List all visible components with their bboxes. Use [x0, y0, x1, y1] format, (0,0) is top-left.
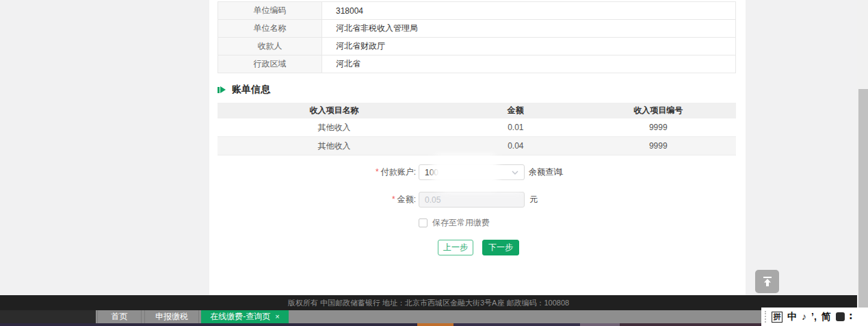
amount-unit: 元	[529, 192, 538, 208]
content-panel: 单位编码 318004 单位名称 河北省非税收入管理局 收款人 河北省财政厅 行…	[209, 0, 746, 295]
table-row: 其他收入 0.01 9999	[218, 118, 736, 137]
required-asterisk: *	[392, 195, 395, 204]
col-header-amount: 金额	[451, 103, 581, 118]
bill-section-header: 账单信息	[218, 84, 270, 95]
save-to-frequent-checkbox[interactable]	[419, 218, 428, 227]
table-row: 行政区域 河北省	[218, 55, 735, 73]
ime-menu-icon[interactable]: ∶	[850, 308, 852, 326]
bill-table-header: 收入项目名称 金额 收入项目编号	[218, 103, 736, 118]
table-row: 单位编码 318004	[218, 2, 735, 20]
amount-input[interactable]: 0.05	[419, 192, 525, 208]
desktop-strip	[0, 323, 417, 326]
redaction-blur	[563, 164, 594, 179]
close-icon[interactable]: ×	[275, 312, 279, 321]
col-header-item-code: 收入项目编号	[581, 103, 736, 118]
bill-item-code: 9999	[581, 137, 736, 155]
back-to-top-button[interactable]	[755, 270, 779, 293]
copyright-footer: 版权所有 中国邮政储蓄银行 地址：北京市西城区金融大街3号A座 邮政编码：100…	[0, 295, 857, 310]
payee-value: 河北省财政厅	[322, 38, 735, 55]
ime-halfwidth-icon[interactable]: ♪	[802, 308, 806, 326]
bill-item-name: 其他收入	[218, 118, 451, 136]
ime-chinese-mode-icon[interactable]: 中	[787, 308, 797, 326]
unit-code-value: 318004	[322, 2, 735, 19]
payee-label: 收款人	[218, 38, 322, 55]
next-step-button[interactable]: 下一步	[482, 240, 519, 255]
section-title-text: 账单信息	[232, 84, 270, 96]
scrollbar-thumb[interactable]	[858, 89, 868, 310]
bill-item-amount: 0.04	[451, 137, 581, 155]
ime-pinyin-icon[interactable]: 拼	[772, 312, 782, 323]
chevron-down-icon	[512, 171, 518, 175]
tab-home[interactable]: 首页	[97, 310, 142, 323]
table-row: 单位名称 河北省非税收入管理局	[218, 20, 735, 38]
bill-item-code: 9999	[581, 118, 736, 136]
tab-label: 在线缴费-查询页	[210, 312, 270, 321]
unit-name-value: 河北省非税收入管理局	[322, 20, 735, 37]
col-header-item-name: 收入项目名称	[218, 103, 451, 118]
table-row: 收款人 河北省财政厅	[218, 38, 735, 55]
unit-name-label: 单位名称	[218, 20, 322, 37]
desktop-strip	[417, 323, 453, 326]
tab-online-payment-query[interactable]: 在线缴费-查询页×	[201, 310, 289, 323]
amount-label: *金额:	[301, 192, 416, 208]
previous-step-button[interactable]: 上一步	[438, 240, 473, 255]
arrow-up-to-line-icon	[761, 275, 774, 288]
ime-toolbar: 拼 中 ♪ ’, 简 ∶	[761, 308, 868, 326]
region-label: 行政区域	[218, 55, 322, 73]
payer-account-label: *付款账户:	[301, 164, 416, 180]
ime-simplified-icon[interactable]: 简	[821, 308, 831, 326]
ime-toolbox-icon[interactable]	[836, 312, 845, 321]
required-asterisk: *	[376, 167, 379, 177]
bottom-tab-bar: 首页 申报缴税 在线缴费-查询页×	[0, 310, 868, 323]
tab-declare-tax[interactable]: 申报缴税	[144, 310, 199, 323]
desktop-strip	[453, 323, 580, 326]
bill-item-amount: 0.01	[451, 118, 581, 136]
ime-punctuation-icon[interactable]: ’,	[811, 308, 817, 326]
redaction-blur	[442, 183, 523, 192]
ime-drag-handle[interactable]	[765, 311, 767, 323]
bill-table: 收入项目名称 金额 收入项目编号 其他收入 0.01 9999 其他收入 0.0…	[218, 103, 736, 155]
balance-query-link[interactable]: 余额查询	[529, 164, 562, 180]
amount-value: 0.05	[425, 195, 440, 205]
green-arrow-icon	[218, 86, 226, 93]
unit-info-table: 单位编码 318004 单位名称 河北省非税收入管理局 收款人 河北省财政厅 行…	[218, 1, 736, 73]
table-row: 其他收入 0.04 9999	[218, 137, 736, 155]
save-to-frequent-label: 保存至常用缴费	[432, 218, 490, 227]
scrollbar-track[interactable]	[857, 0, 868, 310]
desktop-strip	[580, 323, 620, 326]
unit-code-label: 单位编码	[218, 2, 322, 19]
bill-item-name: 其他收入	[218, 137, 451, 155]
region-value: 河北省	[322, 55, 735, 73]
